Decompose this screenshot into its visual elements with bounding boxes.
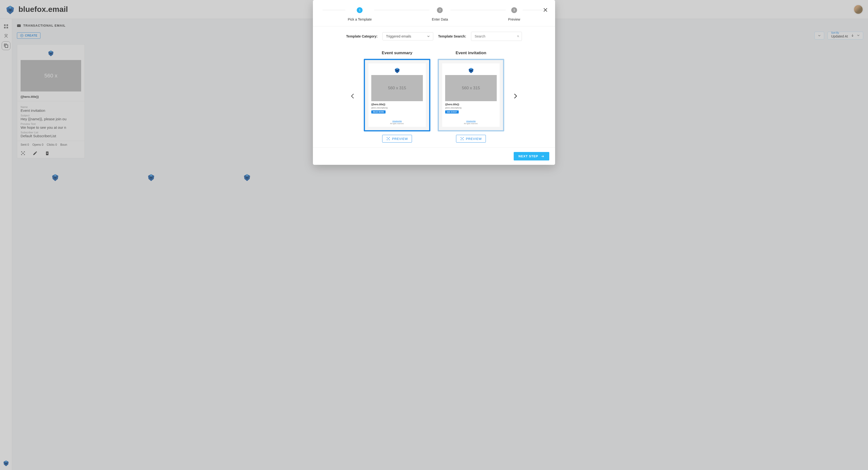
step-2[interactable]: 2 Enter Data (429, 7, 451, 21)
preview-button-1[interactable]: PREVIEW (382, 135, 412, 142)
preview-icon (460, 137, 464, 141)
category-value: Triggered emails (386, 34, 411, 38)
next-label: NEXT STEP (519, 155, 538, 158)
unsubscribe-link: Unsubscribe (371, 120, 423, 122)
search-label: Template Search: (438, 34, 466, 38)
modal-filters: Template Category: Triggered emails Temp… (313, 26, 555, 43)
fox-icon (468, 67, 474, 74)
template-img-placeholder: 560 x 315 (445, 75, 497, 101)
svg-point-28 (517, 36, 519, 37)
search-icon (517, 34, 519, 39)
rights-text: All rights reserved. (464, 123, 478, 124)
caret-down-icon (427, 36, 430, 37)
template-cta-btn: READ MORE (371, 110, 385, 113)
template-card-2[interactable]: 560 x 315 {{hero.title}} {{hero.descript… (438, 59, 504, 131)
step-2-label: Enter Data (432, 18, 448, 21)
preview-label: PREVIEW (392, 137, 408, 141)
stepper: 1 Pick a Template 2 Enter Data 3 Preview (313, 0, 555, 26)
search-input[interactable] (475, 34, 517, 38)
template-cta-btn: SEE EVENT (445, 110, 459, 113)
svg-point-32 (388, 138, 389, 139)
category-select[interactable]: Triggered emails (382, 32, 433, 40)
unsubscribe-link: Unsubscribe (445, 120, 497, 122)
chevron-left-icon (351, 93, 354, 99)
template-hero-desc: {{hero.description}} (371, 107, 423, 109)
fox-icon (394, 67, 401, 74)
step-3-label: Preview (508, 18, 520, 21)
template-hero-title: {{hero.title}} (445, 103, 497, 106)
template-2-title: Event invitation (456, 51, 486, 56)
template-card-1[interactable]: 560 x 315 {{hero.title}} {{hero.descript… (364, 59, 430, 131)
templates-row: Event summary 560 x 315 {{hero.title}} {… (313, 43, 555, 147)
next-chevron[interactable] (512, 91, 520, 103)
template-picker-modal: 1 Pick a Template 2 Enter Data 3 Preview… (313, 0, 555, 165)
template-1-title: Event summary (382, 51, 412, 56)
template-hero-desc: {{hero.description}} (445, 107, 497, 109)
chevron-right-icon (514, 93, 517, 99)
svg-point-36 (462, 138, 462, 139)
rights-text: All rights reserved. (390, 123, 404, 124)
next-step-button[interactable]: NEXT STEP (514, 152, 549, 161)
step-1[interactable]: 1 Pick a Template (345, 7, 374, 21)
template-col-1: Event summary 560 x 315 {{hero.title}} {… (364, 51, 430, 142)
preview-icon (386, 137, 390, 141)
modal-footer: NEXT STEP (313, 147, 555, 165)
template-hero-title: {{hero.title}} (371, 103, 423, 106)
prev-chevron[interactable] (348, 91, 356, 103)
preview-button-2[interactable]: PREVIEW (456, 135, 486, 142)
preview-label: PREVIEW (466, 137, 482, 141)
step-1-label: Pick a Template (348, 18, 372, 21)
category-label: Template Category: (346, 34, 378, 38)
template-img-placeholder: 560 x 315 (371, 75, 423, 101)
template-col-2: Event invitation 560 x 315 {{hero.title}… (438, 51, 504, 142)
step-3[interactable]: 3 Preview (506, 7, 523, 21)
arrow-right-icon (540, 155, 545, 158)
search-box[interactable] (471, 32, 522, 41)
